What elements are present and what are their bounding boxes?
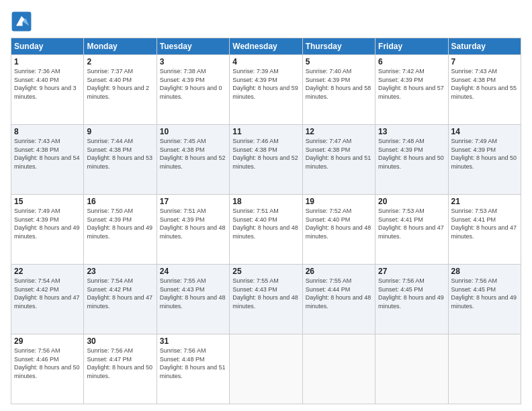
day-cell: 1Sunrise: 7:36 AMSunset: 4:40 PMDaylight… — [11, 55, 84, 125]
day-number: 2 — [87, 57, 153, 66]
day-number: 6 — [378, 57, 445, 66]
day-detail: Sunrise: 7:43 AMSunset: 4:38 PMDaylight:… — [14, 137, 81, 171]
day-cell: 19Sunrise: 7:52 AMSunset: 4:40 PMDayligh… — [302, 195, 375, 265]
day-detail: Sunrise: 7:56 AMSunset: 4:47 PMDaylight:… — [87, 347, 153, 380]
day-number: 5 — [306, 57, 372, 66]
week-row-3: 15Sunrise: 7:49 AMSunset: 4:39 PMDayligh… — [11, 195, 521, 265]
day-detail: Sunrise: 7:36 AMSunset: 4:40 PMDaylight:… — [14, 67, 81, 101]
day-detail: Sunrise: 7:38 AMSunset: 4:39 PMDaylight:… — [160, 67, 226, 101]
day-cell: 29Sunrise: 7:56 AMSunset: 4:46 PMDayligh… — [11, 334, 84, 404]
day-number: 12 — [306, 127, 372, 136]
header-cell-sunday: Sunday — [11, 38, 84, 55]
day-number: 9 — [87, 127, 153, 136]
day-cell: 5Sunrise: 7:40 AMSunset: 4:39 PMDaylight… — [302, 55, 375, 125]
day-detail: Sunrise: 7:55 AMSunset: 4:44 PMDaylight:… — [306, 277, 372, 310]
day-cell: 27Sunrise: 7:56 AMSunset: 4:45 PMDayligh… — [375, 265, 448, 334]
day-detail: Sunrise: 7:51 AMSunset: 4:39 PMDaylight:… — [160, 207, 226, 240]
day-detail: Sunrise: 7:39 AMSunset: 4:39 PMDaylight:… — [232, 67, 299, 101]
day-cell — [302, 334, 375, 404]
day-cell: 15Sunrise: 7:49 AMSunset: 4:39 PMDayligh… — [11, 195, 84, 265]
week-row-5: 29Sunrise: 7:56 AMSunset: 4:46 PMDayligh… — [11, 334, 521, 404]
header-cell-saturday: Saturday — [448, 38, 521, 55]
header-cell-friday: Friday — [375, 38, 448, 55]
day-cell: 13Sunrise: 7:48 AMSunset: 4:39 PMDayligh… — [375, 125, 448, 195]
day-cell: 11Sunrise: 7:46 AMSunset: 4:38 PMDayligh… — [230, 125, 302, 195]
header-row: SundayMondayTuesdayWednesdayThursdayFrid… — [11, 38, 521, 55]
day-detail: Sunrise: 7:56 AMSunset: 4:46 PMDaylight:… — [14, 347, 81, 380]
day-number: 13 — [378, 127, 445, 136]
day-detail: Sunrise: 7:47 AMSunset: 4:38 PMDaylight:… — [306, 137, 372, 171]
day-number: 25 — [232, 267, 299, 276]
day-number: 11 — [232, 127, 299, 136]
day-detail: Sunrise: 7:54 AMSunset: 4:42 PMDaylight:… — [14, 277, 81, 310]
day-detail: Sunrise: 7:51 AMSunset: 4:40 PMDaylight:… — [232, 207, 299, 240]
day-number: 1 — [14, 57, 81, 66]
day-detail: Sunrise: 7:43 AMSunset: 4:38 PMDaylight:… — [451, 67, 518, 101]
day-cell: 24Sunrise: 7:55 AMSunset: 4:43 PMDayligh… — [157, 265, 229, 334]
day-detail: Sunrise: 7:56 AMSunset: 4:45 PMDaylight:… — [378, 277, 445, 310]
header — [11, 11, 521, 32]
day-detail: Sunrise: 7:42 AMSunset: 4:39 PMDaylight:… — [378, 67, 445, 101]
day-cell: 25Sunrise: 7:55 AMSunset: 4:43 PMDayligh… — [230, 265, 302, 334]
day-number: 30 — [87, 336, 153, 346]
day-cell: 7Sunrise: 7:43 AMSunset: 4:38 PMDaylight… — [448, 55, 521, 125]
day-number: 27 — [378, 267, 445, 276]
day-cell — [230, 334, 302, 404]
day-number: 4 — [232, 57, 299, 66]
week-row-2: 8Sunrise: 7:43 AMSunset: 4:38 PMDaylight… — [11, 125, 521, 195]
day-detail: Sunrise: 7:53 AMSunset: 4:41 PMDaylight:… — [451, 207, 518, 240]
day-number: 8 — [14, 127, 81, 136]
day-detail: Sunrise: 7:56 AMSunset: 4:45 PMDaylight:… — [451, 277, 518, 310]
day-detail: Sunrise: 7:40 AMSunset: 4:39 PMDaylight:… — [306, 67, 372, 101]
day-cell: 2Sunrise: 7:37 AMSunset: 4:40 PMDaylight… — [84, 55, 157, 125]
day-cell: 17Sunrise: 7:51 AMSunset: 4:39 PMDayligh… — [157, 195, 229, 265]
day-number: 10 — [160, 127, 226, 136]
day-detail: Sunrise: 7:50 AMSunset: 4:39 PMDaylight:… — [87, 207, 153, 240]
logo — [11, 11, 35, 32]
day-number: 23 — [87, 267, 153, 276]
day-detail: Sunrise: 7:55 AMSunset: 4:43 PMDaylight:… — [160, 277, 226, 310]
day-cell: 30Sunrise: 7:56 AMSunset: 4:47 PMDayligh… — [84, 334, 157, 404]
week-row-1: 1Sunrise: 7:36 AMSunset: 4:40 PMDaylight… — [11, 55, 521, 125]
day-detail: Sunrise: 7:45 AMSunset: 4:38 PMDaylight:… — [160, 137, 226, 171]
header-cell-monday: Monday — [84, 38, 157, 55]
day-cell: 18Sunrise: 7:51 AMSunset: 4:40 PMDayligh… — [230, 195, 302, 265]
day-number: 15 — [14, 197, 81, 206]
day-cell: 9Sunrise: 7:44 AMSunset: 4:38 PMDaylight… — [84, 125, 157, 195]
day-detail: Sunrise: 7:55 AMSunset: 4:43 PMDaylight:… — [232, 277, 299, 310]
day-number: 20 — [378, 197, 445, 206]
day-cell: 22Sunrise: 7:54 AMSunset: 4:42 PMDayligh… — [11, 265, 84, 334]
day-detail: Sunrise: 7:49 AMSunset: 4:39 PMDaylight:… — [14, 207, 81, 240]
day-cell: 6Sunrise: 7:42 AMSunset: 4:39 PMDaylight… — [375, 55, 448, 125]
day-detail: Sunrise: 7:37 AMSunset: 4:40 PMDaylight:… — [87, 67, 153, 101]
day-number: 18 — [232, 197, 299, 206]
day-number: 16 — [87, 197, 153, 206]
day-cell: 4Sunrise: 7:39 AMSunset: 4:39 PMDaylight… — [230, 55, 302, 125]
day-number: 7 — [451, 57, 518, 66]
day-number: 26 — [306, 267, 372, 276]
header-cell-tuesday: Tuesday — [157, 38, 229, 55]
day-number: 19 — [306, 197, 372, 206]
day-number: 14 — [451, 127, 518, 136]
day-detail: Sunrise: 7:54 AMSunset: 4:42 PMDaylight:… — [87, 277, 153, 310]
day-cell: 23Sunrise: 7:54 AMSunset: 4:42 PMDayligh… — [84, 265, 157, 334]
header-cell-thursday: Thursday — [302, 38, 375, 55]
day-detail: Sunrise: 7:53 AMSunset: 4:41 PMDaylight:… — [378, 207, 445, 240]
day-number: 21 — [451, 197, 518, 206]
day-number: 22 — [14, 267, 81, 276]
day-number: 3 — [160, 57, 226, 66]
day-cell — [375, 334, 448, 404]
day-detail: Sunrise: 7:52 AMSunset: 4:40 PMDaylight:… — [306, 207, 372, 240]
day-detail: Sunrise: 7:49 AMSunset: 4:39 PMDaylight:… — [451, 137, 518, 171]
day-cell: 20Sunrise: 7:53 AMSunset: 4:41 PMDayligh… — [375, 195, 448, 265]
day-cell: 12Sunrise: 7:47 AMSunset: 4:38 PMDayligh… — [302, 125, 375, 195]
day-number: 24 — [160, 267, 226, 276]
week-row-4: 22Sunrise: 7:54 AMSunset: 4:42 PMDayligh… — [11, 265, 521, 334]
logo-icon — [11, 11, 32, 32]
day-detail: Sunrise: 7:48 AMSunset: 4:39 PMDaylight:… — [378, 137, 445, 171]
day-cell: 21Sunrise: 7:53 AMSunset: 4:41 PMDayligh… — [448, 195, 521, 265]
day-cell: 8Sunrise: 7:43 AMSunset: 4:38 PMDaylight… — [11, 125, 84, 195]
header-cell-wednesday: Wednesday — [230, 38, 302, 55]
day-cell: 3Sunrise: 7:38 AMSunset: 4:39 PMDaylight… — [157, 55, 229, 125]
day-cell: 14Sunrise: 7:49 AMSunset: 4:39 PMDayligh… — [448, 125, 521, 195]
